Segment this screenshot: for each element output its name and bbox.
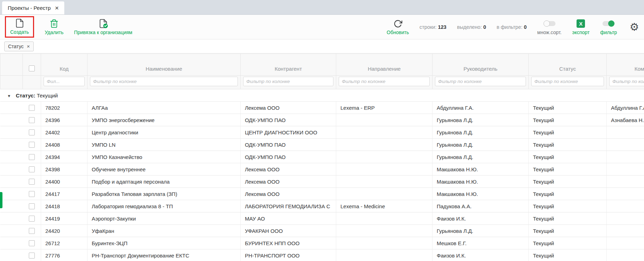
- cell-direction: [336, 225, 432, 237]
- cell-manager: Падукова А.А.: [432, 200, 529, 212]
- table-row[interactable]: 24420УфаКранУФАКРАН ОООГурьянова Л.Д.Тек…: [0, 225, 644, 237]
- cell-counterparty: УФАКРАН ООО: [241, 225, 336, 237]
- table-row[interactable]: 78202АЛГАаЛексема ОООLexema - ERPАбдулли…: [0, 102, 644, 114]
- column-header-code[interactable]: Код: [41, 54, 87, 76]
- toolbar-left-group: Создать Удалить: [5, 16, 132, 38]
- row-checkbox-cell: [23, 163, 41, 176]
- table-row[interactable]: 24402Центр диагностикиЦЕНТР ДИАГНОСТИКИ …: [0, 126, 644, 139]
- row-checkbox[interactable]: [29, 191, 35, 197]
- column-filter-cell-team: [607, 76, 644, 89]
- row-expand-cell: [0, 163, 23, 176]
- cell-team: [607, 188, 644, 200]
- column-filter-input-team[interactable]: [609, 77, 644, 86]
- row-expand-cell: [0, 139, 23, 151]
- delete-button[interactable]: Удалить: [45, 19, 63, 35]
- collapse-triangle-icon[interactable]: ▾: [8, 93, 11, 98]
- row-checkbox[interactable]: [29, 129, 35, 135]
- tab-close-icon[interactable]: ×: [55, 5, 59, 11]
- settings-gear-icon[interactable]: ⚙: [630, 22, 639, 32]
- tab-projects-registry[interactable]: Проекты - Реестр ×: [2, 1, 64, 14]
- link-organizations-label: Привязка к организациям: [74, 30, 132, 35]
- table-row[interactable]: 24394УМПО КазначействоОДК-УМПО ПАОГурьян…: [0, 151, 644, 163]
- row-checkbox[interactable]: [29, 117, 35, 123]
- link-organizations-button[interactable]: Привязка к организациям: [74, 19, 132, 35]
- grid-header-titles: КодНаименованиеКонтрагентНаправлениеРуко…: [0, 54, 644, 76]
- cell-code: 24417: [41, 188, 87, 200]
- cell-status: Текущий: [529, 126, 607, 139]
- column-header-team[interactable]: Команда: [607, 54, 644, 76]
- multisort-toggle-button[interactable]: множ.сорт.: [537, 19, 561, 35]
- table-row[interactable]: 27776РН-Транспорт Документирование ЕКТСР…: [0, 249, 644, 261]
- column-filter-input-name[interactable]: [90, 77, 238, 86]
- row-checkbox[interactable]: [29, 142, 35, 148]
- table-row[interactable]: 24418Лаборатория гемодиализа 8 - ТПЛАБОР…: [0, 200, 644, 212]
- cell-manager: Гурьянова Л.Д.: [432, 114, 529, 126]
- cell-status: Текущий: [529, 151, 607, 163]
- column-filter-input-direction[interactable]: [339, 77, 430, 86]
- column-header-counterparty[interactable]: Контрагент: [241, 54, 336, 76]
- cell-counterparty: ОДК-УМПО ПАО: [241, 151, 336, 163]
- cell-direction: [336, 163, 432, 176]
- column-filter-input-manager[interactable]: [435, 77, 526, 86]
- cell-team: [607, 176, 644, 188]
- table-row[interactable]: 24400Подбор и адаптация персоналаЛексема…: [0, 176, 644, 188]
- row-checkbox[interactable]: [29, 105, 35, 111]
- column-filter-input-code[interactable]: [44, 77, 85, 86]
- table-row[interactable]: 24417Разработка Типовая зарплата (ЗП)Лек…: [0, 188, 644, 200]
- in-filter-count-label: в фильтре:: [497, 24, 522, 30]
- row-checkbox[interactable]: [29, 216, 35, 222]
- row-expand-cell: [0, 102, 23, 114]
- row-checkbox[interactable]: [29, 253, 35, 259]
- cell-team: [607, 249, 644, 261]
- side-panel-handle[interactable]: [0, 192, 2, 208]
- select-all-checkbox[interactable]: [29, 65, 35, 71]
- row-checkbox[interactable]: [29, 179, 35, 185]
- refresh-icon: [393, 19, 402, 28]
- select-all-header: [23, 54, 41, 76]
- export-button[interactable]: X экспорт: [572, 19, 590, 35]
- row-expand-cell: [0, 237, 23, 249]
- table-row[interactable]: 24419Аэропорт-ЗакупкиМАУ АОФаизов И.К.Те…: [0, 212, 644, 225]
- row-checkbox-cell: [23, 102, 41, 114]
- cell-code: 24408: [41, 139, 87, 151]
- cell-code: 24402: [41, 126, 87, 139]
- export-button-label: экспорт: [572, 30, 590, 35]
- table-row[interactable]: 24396УМПО энергосбережениеОДК-УМПО ПАОГу…: [0, 114, 644, 126]
- column-header-name[interactable]: Наименование: [87, 54, 241, 76]
- cell-direction: [336, 249, 432, 261]
- column-header-status[interactable]: Статус: [529, 54, 607, 76]
- table-row[interactable]: 26712Буринтех-ЭЦПБУРИНТЕХ НПП ОООМешков …: [0, 237, 644, 249]
- cell-manager: Абдуллина Г.А.: [432, 102, 529, 114]
- table-row[interactable]: 24398Обучение внутреннееЛексема ОООМакша…: [0, 163, 644, 176]
- row-checkbox[interactable]: [29, 166, 35, 172]
- cell-status: Текущий: [529, 176, 607, 188]
- cell-code: 24420: [41, 225, 87, 237]
- column-filter-input-counterparty[interactable]: [243, 77, 333, 86]
- row-checkbox[interactable]: [29, 240, 35, 246]
- filter-toggle-button[interactable]: фильтр: [600, 19, 617, 35]
- multisort-toggle-icon[interactable]: [544, 19, 555, 28]
- refresh-button[interactable]: Обновить: [387, 19, 409, 35]
- rows-count-value: 123: [438, 24, 446, 30]
- row-expand-cell: [0, 225, 23, 237]
- row-checkbox-cell: [23, 126, 41, 139]
- filter-chip-close-icon[interactable]: ×: [27, 44, 30, 49]
- cell-counterparty: Лексема ООО: [241, 163, 336, 176]
- row-checkbox[interactable]: [29, 154, 35, 160]
- cell-name: УфаКран: [87, 225, 241, 237]
- create-button[interactable]: Создать: [10, 18, 29, 35]
- table-row[interactable]: 24408УМПО LNОДК-УМПО ПАОГурьянова Л.Д.Те…: [0, 139, 644, 151]
- filter-toggle-icon[interactable]: [603, 19, 614, 28]
- cell-name: Лаборатория гемодиализа 8 - ТП: [87, 200, 241, 212]
- column-filter-input-status[interactable]: [531, 77, 604, 86]
- cell-name: УМПО LN: [87, 139, 241, 151]
- row-checkbox[interactable]: [29, 228, 35, 234]
- cell-team: [607, 163, 644, 176]
- filter-chip-status[interactable]: Статус ×: [4, 42, 34, 51]
- cell-code: 78202: [41, 102, 87, 114]
- column-header-direction[interactable]: Направление: [336, 54, 432, 76]
- row-checkbox[interactable]: [29, 203, 35, 209]
- tab-bar: Проекты - Реестр ×: [0, 0, 644, 15]
- column-header-manager[interactable]: Руководитель: [432, 54, 529, 76]
- group-row[interactable]: ▾Статус: Текущий: [0, 89, 644, 102]
